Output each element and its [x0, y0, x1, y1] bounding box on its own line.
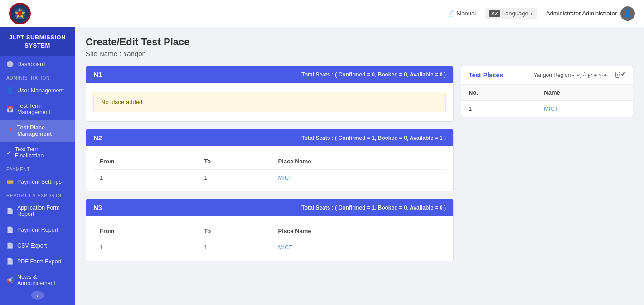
check-icon: ✔ — [6, 149, 11, 156]
level-label-n2: N2 — [93, 134, 102, 142]
right-panel-region: Yangon Region - ရန်ကုန်တိုင်းဒေသကြီး — [533, 72, 625, 78]
cell-no-right: 1 — [461, 101, 537, 117]
app-logo — [9, 3, 35, 24]
cell-name-right: MICT — [537, 101, 633, 117]
payment-report-icon: 📄 — [6, 226, 14, 233]
right-panel: Test Places Yangon Region - ရန်ကုန်တိုင်… — [461, 66, 633, 117]
cell-from-n2: 1 — [93, 170, 198, 186]
sidebar-item-label: Payment Settings — [17, 179, 62, 185]
seats-n1: Total Seats : ( Confirmed = 0, Booked = … — [301, 71, 446, 78]
user-label: Administrator Administrator — [546, 10, 617, 17]
cell-to-n2: 1 — [198, 170, 271, 186]
cell-place-n3: MICT — [272, 239, 446, 256]
sidebar-item-label: Payment Report — [17, 227, 58, 233]
page-title: Create/Edit Test Place — [86, 36, 633, 48]
right-panel-table: No. Name 1 MICT — [461, 85, 633, 117]
card-body-n1: No place added. — [86, 83, 453, 121]
section-label-payment: PAYMENT — [0, 163, 75, 174]
level-card-n2: N2 Total Seats : ( Confirmed = 1, Booked… — [86, 129, 454, 191]
right-panel-header: Test Places Yangon Region - ရန်ကုန်တိုင်… — [461, 66, 633, 85]
col-from-n3: From — [93, 223, 198, 239]
table-row: 1 1 MICT — [93, 170, 446, 186]
sidebar-item-news-announcement[interactable]: 📢 News & Announcement — [0, 269, 75, 291]
card-body-n2: From To Place Name 1 1 MICT — [86, 146, 453, 191]
sidebar-item-pdf-form-export[interactable]: 📄 PDF Form Export — [0, 253, 75, 269]
col-place-n3: Place Name — [272, 223, 446, 239]
page-layout: JLPT SUBMISSION SYSTEM ⚪ Dashboard ADMIN… — [0, 27, 644, 305]
logo-image — [9, 3, 31, 24]
seats-n3: Total Seats : ( Confirmed = 1, Booked = … — [301, 205, 446, 211]
sidebar-item-test-term-management[interactable]: 📅 Test Term Management — [0, 98, 75, 120]
payment-icon: 💳 — [6, 178, 14, 185]
calendar-icon: 📅 — [6, 106, 14, 113]
app-header: 📄 Manual AZ Language › Administrator Adm… — [0, 0, 644, 27]
sidebar-item-label: Dashboard — [17, 61, 45, 67]
sidebar-item-user-management[interactable]: 👤 User Management — [0, 82, 75, 98]
report-icon: 📄 — [6, 208, 14, 214]
language-label: Language — [502, 10, 528, 17]
card-header-n1: N1 Total Seats : ( Confirmed = 0, Booked… — [86, 66, 453, 83]
level-label-n3: N3 — [93, 204, 102, 211]
cell-place-n2: MICT — [272, 170, 446, 186]
table-row: 1 1 MICT — [93, 239, 446, 256]
news-icon: 📢 — [6, 277, 14, 284]
col-no-right: No. — [461, 85, 537, 101]
manual-icon: 📄 — [447, 10, 454, 17]
col-to-n2: To — [198, 153, 271, 170]
csv-icon: 📄 — [6, 242, 14, 249]
card-body-n3: From To Place Name 1 1 MICT — [86, 216, 453, 261]
dashboard-icon: ⚪ — [6, 61, 14, 67]
sidebar-item-label: News & Announcement — [17, 274, 68, 286]
sidebar-item-payment-settings[interactable]: 💳 Payment Settings — [0, 174, 75, 190]
manual-button[interactable]: 📄 Manual — [447, 10, 476, 17]
levels-panel: N1 Total Seats : ( Confirmed = 0, Booked… — [86, 66, 454, 268]
user-icon: 👤 — [6, 87, 14, 94]
cell-from-n3: 1 — [93, 239, 198, 256]
sidebar-item-test-term-finalization[interactable]: ✔ Test Term Finalization — [0, 142, 75, 163]
section-label-administration: ADMINISTRATION — [0, 72, 75, 82]
place-icon: 📍 — [6, 128, 14, 134]
section-label-reports: REPORTS & EXPORTS — [0, 190, 75, 200]
main-content: Create/Edit Test Place Site Name : Yango… — [75, 27, 644, 305]
sidebar-collapse-button[interactable]: ‹ — [31, 291, 44, 300]
col-to-n3: To — [198, 223, 271, 239]
sidebar-item-label: Test Place Management — [17, 124, 68, 137]
user-menu[interactable]: Administrator Administrator 👤 — [546, 6, 635, 21]
cell-to-n3: 1 — [198, 239, 271, 256]
level-card-n1: N1 Total Seats : ( Confirmed = 0, Booked… — [86, 66, 454, 122]
table-n2: From To Place Name 1 1 MICT — [93, 153, 446, 186]
level-label-n1: N1 — [93, 71, 102, 78]
manual-label: Manual — [456, 10, 476, 17]
no-place-message-n1: No place added. — [93, 92, 446, 112]
sidebar-item-dashboard[interactable]: ⚪ Dashboard — [0, 56, 75, 72]
sidebar-item-test-place-management[interactable]: 📍 Test Place Management — [0, 120, 75, 142]
pdf-icon: 📄 — [6, 258, 14, 265]
language-icon: AZ — [489, 10, 500, 17]
col-name-right: Name — [537, 85, 633, 101]
right-panel-title: Test Places — [469, 71, 503, 79]
col-from-n2: From — [93, 153, 198, 170]
sidebar-item-label: User Management — [17, 87, 64, 94]
language-button[interactable]: AZ Language › — [485, 8, 537, 19]
sidebar-item-label: Application Form Report — [17, 205, 68, 217]
sidebar-item-csv-export[interactable]: 📄 CSV Export — [0, 238, 75, 253]
card-header-n2: N2 Total Seats : ( Confirmed = 1, Booked… — [86, 129, 453, 146]
table-row: 1 MICT — [461, 101, 633, 117]
sidebar: JLPT SUBMISSION SYSTEM ⚪ Dashboard ADMIN… — [0, 27, 75, 305]
card-header-n3: N3 Total Seats : ( Confirmed = 1, Booked… — [86, 199, 453, 216]
sidebar-item-label: PDF Form Export — [17, 258, 61, 265]
page-subtitle: Site Name : Yangon — [86, 50, 633, 57]
avatar: 👤 — [620, 6, 635, 21]
sidebar-item-payment-report[interactable]: 📄 Payment Report — [0, 222, 75, 238]
level-card-n3: N3 Total Seats : ( Confirmed = 1, Booked… — [86, 199, 454, 261]
test-places-panel: Test Places Yangon Region - ရန်ကုန်တိုင်… — [461, 66, 633, 268]
sidebar-title: JLPT SUBMISSION SYSTEM — [0, 27, 75, 56]
chevron-right-icon: › — [531, 10, 533, 17]
sidebar-item-label: Test Term Management — [17, 103, 68, 115]
seats-n2: Total Seats : ( Confirmed = 1, Booked = … — [301, 135, 446, 141]
sidebar-item-application-form-report[interactable]: 📄 Application Form Report — [0, 200, 75, 222]
header-actions: 📄 Manual AZ Language › Administrator Adm… — [447, 6, 635, 21]
table-n3: From To Place Name 1 1 MICT — [93, 223, 446, 255]
col-place-n2: Place Name — [272, 153, 446, 170]
svg-point-3 — [18, 11, 22, 16]
